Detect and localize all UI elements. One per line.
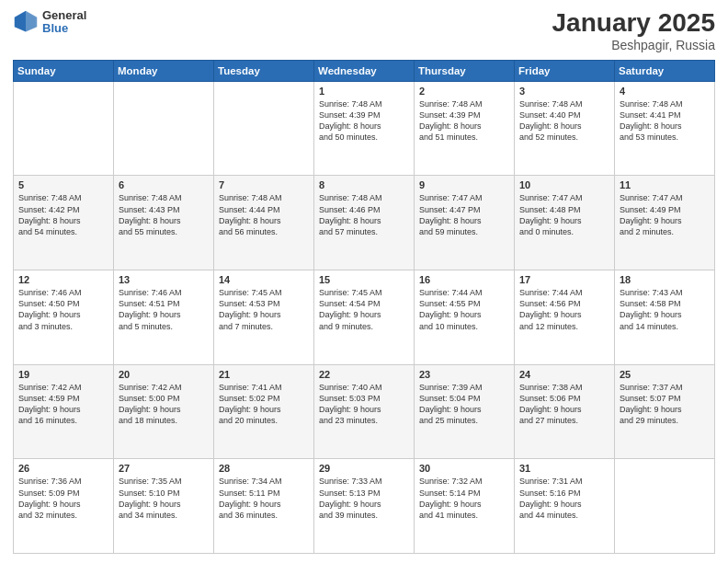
day-content: Sunrise: 7:32 AM Sunset: 5:14 PM Dayligh… xyxy=(419,476,509,521)
logo-icon xyxy=(13,9,39,35)
day-number: 29 xyxy=(319,463,409,474)
col-tuesday: Tuesday xyxy=(214,60,314,81)
table-row xyxy=(114,81,214,176)
col-sunday: Sunday xyxy=(14,60,114,81)
day-number: 14 xyxy=(219,274,309,285)
table-row: 26Sunrise: 7:36 AM Sunset: 5:09 PM Dayli… xyxy=(14,459,114,554)
calendar-table: Sunday Monday Tuesday Wednesday Thursday… xyxy=(13,60,715,554)
col-saturday: Saturday xyxy=(615,60,715,81)
day-content: Sunrise: 7:46 AM Sunset: 4:51 PM Dayligh… xyxy=(119,287,209,332)
col-friday: Friday xyxy=(515,60,615,81)
table-row: 5Sunrise: 7:48 AM Sunset: 4:42 PM Daylig… xyxy=(14,176,114,270)
day-content: Sunrise: 7:48 AM Sunset: 4:39 PM Dayligh… xyxy=(319,98,409,144)
calendar-week-row: 19Sunrise: 7:42 AM Sunset: 4:59 PM Dayli… xyxy=(14,364,715,459)
calendar-week-row: 1Sunrise: 7:48 AM Sunset: 4:39 PM Daylig… xyxy=(14,81,715,176)
day-number: 19 xyxy=(18,369,108,380)
day-content: Sunrise: 7:48 AM Sunset: 4:41 PM Dayligh… xyxy=(620,98,710,144)
day-content: Sunrise: 7:38 AM Sunset: 5:06 PM Dayligh… xyxy=(519,382,609,427)
table-row xyxy=(214,81,314,176)
table-row: 31Sunrise: 7:31 AM Sunset: 5:16 PM Dayli… xyxy=(515,459,615,554)
day-number: 3 xyxy=(519,86,609,97)
table-row xyxy=(615,459,715,554)
table-row xyxy=(14,81,114,176)
day-content: Sunrise: 7:39 AM Sunset: 5:04 PM Dayligh… xyxy=(419,382,509,427)
day-content: Sunrise: 7:35 AM Sunset: 5:10 PM Dayligh… xyxy=(119,476,209,521)
day-content: Sunrise: 7:46 AM Sunset: 4:50 PM Dayligh… xyxy=(18,287,108,332)
day-number: 2 xyxy=(419,86,509,97)
day-number: 26 xyxy=(18,463,108,474)
day-content: Sunrise: 7:44 AM Sunset: 4:55 PM Dayligh… xyxy=(419,287,509,332)
day-number: 1 xyxy=(319,86,409,97)
table-row: 16Sunrise: 7:44 AM Sunset: 4:55 PM Dayli… xyxy=(415,270,515,365)
day-number: 13 xyxy=(119,274,209,285)
day-content: Sunrise: 7:47 AM Sunset: 4:47 PM Dayligh… xyxy=(419,192,509,237)
table-row: 12Sunrise: 7:46 AM Sunset: 4:50 PM Dayli… xyxy=(14,270,114,365)
day-number: 24 xyxy=(519,369,609,380)
day-number: 4 xyxy=(620,86,710,97)
day-number: 22 xyxy=(319,369,409,380)
table-row: 1Sunrise: 7:48 AM Sunset: 4:39 PM Daylig… xyxy=(314,81,415,176)
day-number: 17 xyxy=(519,274,609,285)
table-row: 27Sunrise: 7:35 AM Sunset: 5:10 PM Dayli… xyxy=(114,459,214,554)
table-row: 23Sunrise: 7:39 AM Sunset: 5:04 PM Dayli… xyxy=(415,364,515,459)
table-row: 6Sunrise: 7:48 AM Sunset: 4:43 PM Daylig… xyxy=(114,176,214,270)
table-row: 30Sunrise: 7:32 AM Sunset: 5:14 PM Dayli… xyxy=(415,459,515,554)
table-row: 25Sunrise: 7:37 AM Sunset: 5:07 PM Dayli… xyxy=(615,364,715,459)
day-number: 28 xyxy=(219,463,309,474)
calendar-title: January 2025 xyxy=(552,9,715,38)
header: General Blue January 2025 Beshpagir, Rus… xyxy=(13,9,715,52)
day-content: Sunrise: 7:47 AM Sunset: 4:48 PM Dayligh… xyxy=(519,192,609,237)
day-content: Sunrise: 7:36 AM Sunset: 5:09 PM Dayligh… xyxy=(18,476,108,521)
day-content: Sunrise: 7:40 AM Sunset: 5:03 PM Dayligh… xyxy=(319,382,409,427)
day-content: Sunrise: 7:48 AM Sunset: 4:42 PM Dayligh… xyxy=(18,192,108,237)
day-content: Sunrise: 7:37 AM Sunset: 5:07 PM Dayligh… xyxy=(620,382,710,427)
table-row: 29Sunrise: 7:33 AM Sunset: 5:13 PM Dayli… xyxy=(314,459,415,554)
day-number: 23 xyxy=(419,369,509,380)
day-number: 6 xyxy=(119,179,209,190)
day-content: Sunrise: 7:45 AM Sunset: 4:54 PM Dayligh… xyxy=(319,287,409,332)
day-number: 7 xyxy=(219,179,309,190)
table-row: 14Sunrise: 7:45 AM Sunset: 4:53 PM Dayli… xyxy=(214,270,314,365)
day-content: Sunrise: 7:43 AM Sunset: 4:58 PM Dayligh… xyxy=(620,287,710,332)
svg-marker-1 xyxy=(26,11,37,32)
table-row: 18Sunrise: 7:43 AM Sunset: 4:58 PM Dayli… xyxy=(615,270,715,365)
day-number: 21 xyxy=(219,369,309,380)
calendar-week-row: 12Sunrise: 7:46 AM Sunset: 4:50 PM Dayli… xyxy=(14,270,715,365)
day-number: 8 xyxy=(319,179,409,190)
table-row: 24Sunrise: 7:38 AM Sunset: 5:06 PM Dayli… xyxy=(515,364,615,459)
table-row: 28Sunrise: 7:34 AM Sunset: 5:11 PM Dayli… xyxy=(214,459,314,554)
day-number: 5 xyxy=(18,179,108,190)
logo-text: General Blue xyxy=(42,9,86,36)
day-content: Sunrise: 7:47 AM Sunset: 4:49 PM Dayligh… xyxy=(620,192,710,237)
day-content: Sunrise: 7:41 AM Sunset: 5:02 PM Dayligh… xyxy=(219,382,309,427)
day-number: 30 xyxy=(419,463,509,474)
table-row: 22Sunrise: 7:40 AM Sunset: 5:03 PM Dayli… xyxy=(314,364,415,459)
table-row: 17Sunrise: 7:44 AM Sunset: 4:56 PM Dayli… xyxy=(515,270,615,365)
day-content: Sunrise: 7:48 AM Sunset: 4:46 PM Dayligh… xyxy=(319,192,409,237)
title-block: January 2025 Beshpagir, Russia xyxy=(552,9,715,52)
calendar-header-row: Sunday Monday Tuesday Wednesday Thursday… xyxy=(14,60,715,81)
calendar-location: Beshpagir, Russia xyxy=(552,38,715,52)
col-wednesday: Wednesday xyxy=(314,60,415,81)
day-content: Sunrise: 7:42 AM Sunset: 5:00 PM Dayligh… xyxy=(119,382,209,427)
calendar-week-row: 26Sunrise: 7:36 AM Sunset: 5:09 PM Dayli… xyxy=(14,459,715,554)
logo-general-text: General xyxy=(42,9,86,22)
day-number: 12 xyxy=(18,274,108,285)
table-row: 11Sunrise: 7:47 AM Sunset: 4:49 PM Dayli… xyxy=(615,176,715,270)
day-content: Sunrise: 7:31 AM Sunset: 5:16 PM Dayligh… xyxy=(519,476,609,521)
day-number: 16 xyxy=(419,274,509,285)
day-number: 11 xyxy=(620,179,710,190)
table-row: 2Sunrise: 7:48 AM Sunset: 4:39 PM Daylig… xyxy=(415,81,515,176)
table-row: 10Sunrise: 7:47 AM Sunset: 4:48 PM Dayli… xyxy=(515,176,615,270)
day-content: Sunrise: 7:48 AM Sunset: 4:44 PM Dayligh… xyxy=(219,192,309,237)
svg-marker-2 xyxy=(15,11,26,32)
day-content: Sunrise: 7:48 AM Sunset: 4:40 PM Dayligh… xyxy=(519,98,609,144)
day-number: 25 xyxy=(620,369,710,380)
table-row: 7Sunrise: 7:48 AM Sunset: 4:44 PM Daylig… xyxy=(214,176,314,270)
logo-blue-text: Blue xyxy=(42,22,86,35)
logo: General Blue xyxy=(13,9,86,36)
day-content: Sunrise: 7:48 AM Sunset: 4:43 PM Dayligh… xyxy=(119,192,209,237)
day-number: 15 xyxy=(319,274,409,285)
day-content: Sunrise: 7:33 AM Sunset: 5:13 PM Dayligh… xyxy=(319,476,409,521)
table-row: 21Sunrise: 7:41 AM Sunset: 5:02 PM Dayli… xyxy=(214,364,314,459)
